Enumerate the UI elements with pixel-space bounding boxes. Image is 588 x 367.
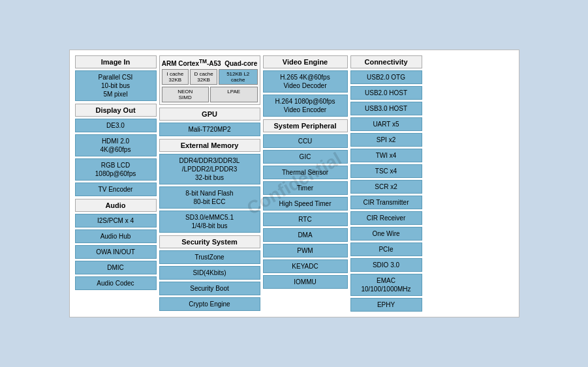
video-engine-header: Video Engine <box>263 55 348 68</box>
de30-block: DE3.0 <box>75 119 157 132</box>
section-arm: ARM CortexTM-A53 Quad-core I cache32KB D… <box>159 55 260 105</box>
timer-block: Timer <box>263 181 348 195</box>
ephy-block: EPHY <box>350 298 422 312</box>
keyadc-block: KEYADC <box>263 259 348 273</box>
section-audio: Audio I2S/PCM x 4 Audio Hub OWA IN/OUT D… <box>75 199 157 290</box>
h265-block: H.265 4K@60fpsVideo Decoder <box>263 70 348 93</box>
section-security: Security System TrustZone SID(4Kbits) Se… <box>159 235 260 311</box>
cir-transmitter-block: CIR Transmitter <box>350 196 422 209</box>
sys-periph-header: System Peripheral <box>263 119 348 132</box>
ddr-block: DDR4/DDR3/DDR3L/LPDDR2/LPDDR332-bit bus <box>159 154 260 184</box>
pwm-block: PWM <box>263 244 348 257</box>
security-boot-block: Security Boot <box>159 282 260 295</box>
usb20-host-block: USB2.0 HOST <box>350 86 422 100</box>
security-header: Security System <box>159 235 260 248</box>
audio-codec-block: Audio Codec <box>75 276 157 290</box>
sid-block: SID(4Kbits) <box>159 266 260 280</box>
hdmi-block: HDMI 2.04K@60fps <box>75 134 157 156</box>
usb30-host-block: USB3.0 HOST <box>350 102 422 115</box>
one-wire-block: One Wire <box>350 227 422 241</box>
icache-block: I cache32KB <box>162 69 189 85</box>
owa-block: OWA IN/OUT <box>75 245 157 259</box>
parallel-csi-block: Parallel CSI10-bit bus5M pixel <box>75 70 157 101</box>
gpu-header: GPU <box>159 108 260 121</box>
mali-block: Mali-T720MP2 <box>159 123 260 136</box>
image-in-header: Image In <box>75 55 157 68</box>
rgb-lcd-block: RGB LCD1080p@60fps <box>75 158 157 181</box>
h264-block: H.264 1080p@60fpsVideo Encoder <box>263 95 348 117</box>
lpae-block: LPAE <box>210 87 258 102</box>
dmic-block: DMIC <box>75 261 157 274</box>
high-speed-timer-block: High Speed Timer <box>263 197 348 211</box>
i2s-pcm-block: I2S/PCM x 4 <box>75 214 157 228</box>
section-connectivity: Connectivity USB2.0 OTG USB2.0 HOST USB3… <box>350 55 422 312</box>
audio-hub-block: Audio Hub <box>75 229 157 243</box>
neon-block: NEONSIMD <box>162 87 209 102</box>
emac-block: EMAC10/100/1000MHz <box>350 274 422 296</box>
section-display-out: Display Out DE3.0 HDMI 2.04K@60fps RGB L… <box>75 104 157 196</box>
rtc-block: RTC <box>263 213 348 226</box>
dma-block: DMA <box>263 228 348 242</box>
nand-flash-block: 8-bit Nand Flash80-bit ECC <box>159 186 260 209</box>
section-video-engine: Video Engine H.265 4K@60fpsVideo Decoder… <box>263 55 348 117</box>
section-image-in: Image In Parallel CSI10-bit bus5M pixel <box>75 55 157 101</box>
trustzone-block: TrustZone <box>159 250 260 264</box>
display-out-header: Display Out <box>75 104 157 117</box>
pcie-block: PCIe <box>350 242 422 256</box>
tv-encoder-block: TV Encoder <box>75 183 157 196</box>
crypto-engine-block: Crypto Engine <box>159 297 260 311</box>
scr-block: SCR x2 <box>350 180 422 194</box>
cir-receiver-block: CIR Receiver <box>350 211 422 225</box>
usb20-otg-block: USB2.0 OTG <box>350 70 422 84</box>
twi-block: TWI x4 <box>350 149 422 162</box>
spi-block: SPI x2 <box>350 133 422 147</box>
emmc-block: SD3.0/eMMC5.11/4/8-bit bus <box>159 211 260 233</box>
l2cache-block: 512KB L2 cache <box>219 69 258 85</box>
section-sys-periph: System Peripheral CCU GIC Thermal Sensor… <box>263 119 348 289</box>
connectivity-header: Connectivity <box>350 55 422 68</box>
thermal-sensor-block: Thermal Sensor <box>263 166 348 179</box>
uart-block: UART x5 <box>350 117 422 131</box>
iommu-block: IOMMU <box>263 275 348 289</box>
gic-block: GIC <box>263 150 348 164</box>
arm-header: ARM CortexTM-A53 Quad-core <box>162 58 258 67</box>
audio-header: Audio <box>75 199 157 212</box>
section-gpu: GPU Mali-T720MP2 <box>159 108 260 136</box>
section-ext-mem: External Memory DDR4/DDR3/DDR3L/LPDDR2/L… <box>159 139 260 233</box>
ext-mem-header: External Memory <box>159 139 260 152</box>
tsc-block: TSC x4 <box>350 164 422 178</box>
ccu-block: CCU <box>263 134 348 148</box>
sdio-block: SDIO 3.0 <box>350 258 422 272</box>
dcache-block: D cache32KB <box>190 69 217 85</box>
